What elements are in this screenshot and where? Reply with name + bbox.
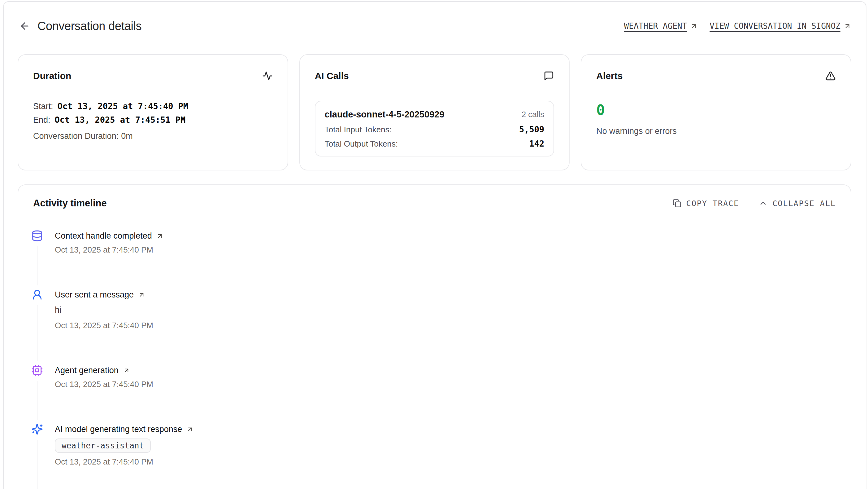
ai-calls-card-title: AI Calls — [315, 71, 349, 81]
input-tokens-row: Total Input Tokens: 5,509 — [325, 124, 545, 135]
message-square-icon — [544, 71, 554, 81]
copy-trace-label: COPY TRACE — [686, 199, 739, 208]
back-button[interactable] — [18, 19, 32, 33]
output-tokens-row: Total Output Tokens: 142 — [325, 139, 545, 149]
external-link-icon — [138, 291, 145, 298]
model-usage-card: claude-sonnet-4-5-20250929 2 calls Total… — [315, 101, 554, 156]
triangle-alert-icon — [825, 71, 836, 81]
external-link-icon — [123, 367, 130, 374]
output-tokens-value: 142 — [529, 139, 545, 149]
timeline-item-timestamp: Oct 13, 2025 at 7:45:40 PM — [55, 455, 836, 469]
model-call-count: 2 calls — [522, 108, 545, 120]
timeline-item-timestamp: Oct 13, 2025 at 7:45:40 PM — [55, 242, 836, 257]
external-link-icon — [843, 22, 851, 30]
timeline-item: Agent generationOct 13, 2025 at 7:45:40 … — [33, 364, 836, 422]
conversation-duration-label: Conversation Duration: — [33, 132, 119, 141]
alert-message: No warnings or errors — [596, 125, 836, 137]
external-link-icon — [156, 232, 163, 239]
input-tokens-label: Total Input Tokens: — [325, 124, 392, 135]
output-tokens-label: Total Output Tokens: — [325, 139, 398, 149]
alerts-card: Alerts 0 No warnings or errors — [581, 54, 851, 170]
timeline-item: AI model generating text responseweather… — [33, 422, 836, 489]
page-header: Conversation details WEATHER AGENT VIEW … — [18, 18, 851, 34]
timeline-item-title[interactable]: Context handle completed — [55, 229, 836, 242]
external-link-icon — [690, 22, 698, 30]
timeline-item-content: hi — [55, 301, 836, 318]
conversation-duration-value: 0m — [121, 132, 133, 141]
timeline-item: User sent a messagehiOct 13, 2025 at 7:4… — [33, 288, 836, 364]
activity-icon — [262, 71, 273, 81]
collapse-all-label: COLLAPSE ALL — [772, 199, 836, 208]
summary-cards: Duration Start: Oct 13, 2025 at 7:45:40 … — [18, 54, 851, 170]
alerts-card-title: Alerts — [596, 71, 622, 81]
end-label: End: — [33, 113, 51, 127]
timeline-item-timestamp: Oct 13, 2025 at 7:45:40 PM — [55, 377, 836, 392]
page-content: Conversation details WEATHER AGENT VIEW … — [0, 0, 868, 489]
end-time-row: End: Oct 13, 2025 at 7:45:51 PM — [33, 113, 273, 127]
timeline-item-title[interactable]: Agent generation — [55, 364, 836, 377]
arrow-left-icon — [19, 21, 30, 32]
database-icon — [31, 230, 43, 242]
timeline-item: Context handle completedOct 13, 2025 at … — [33, 229, 836, 288]
ai-calls-card: AI Calls claude-sonnet-4-5-20250929 2 ca… — [299, 54, 570, 170]
activity-timeline-title: Activity timeline — [33, 198, 107, 209]
copy-trace-button[interactable]: COPY TRACE — [673, 199, 739, 208]
start-label: Start: — [33, 99, 53, 113]
timeline-item-timestamp: Oct 13, 2025 at 7:45:40 PM — [55, 318, 836, 333]
sparkles-icon — [31, 423, 43, 435]
timeline-item-title[interactable]: User sent a message — [55, 288, 836, 301]
alert-count: 0 — [596, 102, 836, 118]
start-value: Oct 13, 2025 at 7:45:40 PM — [58, 99, 188, 113]
end-value: Oct 13, 2025 at 7:45:51 PM — [55, 113, 186, 127]
collapse-all-button[interactable]: COLLAPSE ALL — [759, 199, 836, 208]
weather-agent-link[interactable]: WEATHER AGENT — [624, 21, 698, 31]
timeline-list: Context handle completedOct 13, 2025 at … — [33, 229, 836, 489]
page-title: Conversation details — [37, 20, 142, 33]
copy-icon — [673, 199, 681, 208]
duration-card: Duration Start: Oct 13, 2025 at 7:45:40 … — [18, 54, 288, 170]
timeline-item-badge: weather-assistant — [55, 438, 151, 453]
user-icon — [31, 289, 43, 300]
activity-timeline-panel: Activity timeline COPY TRACE COLLAPSE AL… — [18, 184, 851, 489]
chevron-up-icon — [759, 199, 767, 208]
model-name: claude-sonnet-4-5-20250929 — [325, 108, 444, 120]
view-conversation-in-signoz-link[interactable]: VIEW CONVERSATION IN SIGNOZ — [710, 21, 851, 31]
external-link-icon — [186, 426, 193, 433]
header-links: WEATHER AGENT VIEW CONVERSATION IN SIGNO… — [624, 21, 851, 31]
start-time-row: Start: Oct 13, 2025 at 7:45:40 PM — [33, 99, 273, 113]
conversation-duration-row: Conversation Duration:0m — [33, 129, 273, 143]
input-tokens-value: 5,509 — [519, 124, 544, 135]
cpu-icon — [31, 365, 43, 376]
timeline-item-title[interactable]: AI model generating text response — [55, 422, 836, 436]
duration-card-title: Duration — [33, 71, 71, 81]
